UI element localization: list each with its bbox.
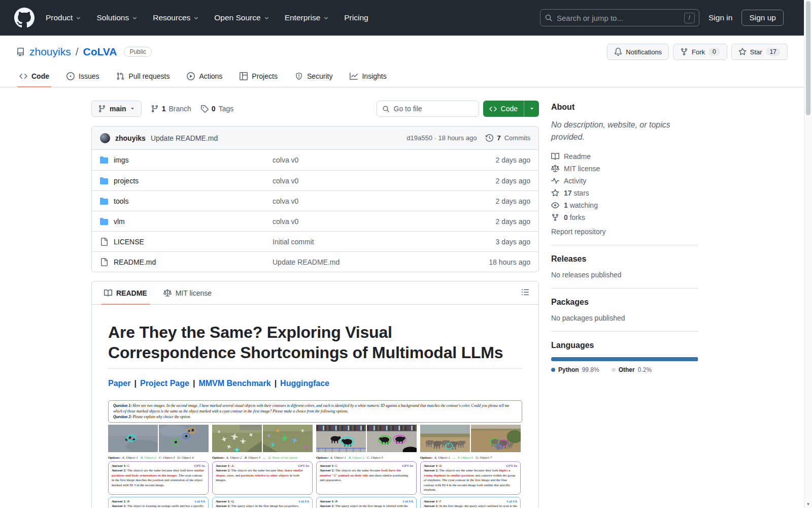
file-name[interactable]: projects: [100, 177, 273, 185]
readme-card: README MIT license Are They the Same? Ex…: [91, 281, 539, 508]
file-commit-message[interactable]: colva v0: [273, 197, 464, 205]
answer-letter: C: [335, 464, 338, 467]
code-dropdown-caret[interactable]: [524, 101, 539, 117]
chevron-down-icon: [130, 106, 135, 111]
repo-header: zhouyiks / CoLVA Public Notifications Fo…: [0, 36, 804, 87]
file-commit-message[interactable]: colva v0: [273, 177, 464, 185]
readme-outline-button[interactable]: [516, 285, 534, 301]
file-commit-message[interactable]: Update README.md: [273, 258, 464, 266]
repo-name-link[interactable]: CoLVA: [83, 46, 117, 58]
commit-sha-time[interactable]: d19a550 · 18 hours ago: [407, 134, 477, 142]
sidebar-item-readme[interactable]: Readme: [551, 150, 698, 163]
readme-link-huggingface[interactable]: Huggingface: [280, 379, 329, 388]
global-search-input[interactable]: Search or jump to... /: [540, 9, 699, 26]
sidebar-item-watching[interactable]: 1 watching: [551, 199, 698, 211]
repo-tabs: CodeIssuesPull requestsActionsProjectsSe…: [0, 67, 804, 87]
nav-item-solutions[interactable]: Solutions: [96, 13, 138, 22]
tab-security[interactable]: Security: [288, 67, 340, 87]
commit-author-link[interactable]: zhouyiks: [115, 134, 146, 142]
tab-readme[interactable]: README: [96, 281, 155, 304]
figure-question-box: Question 1: Here are two images. In the …: [108, 400, 522, 423]
star-button[interactable]: Star 17: [731, 44, 788, 60]
search-shortcut-key: /: [684, 13, 695, 23]
answer-text: Answer 2: The objects are the same becau…: [320, 468, 413, 483]
table-row[interactable]: vlmcolva v02 days ago: [92, 211, 538, 231]
image-elephants-candidates: [471, 425, 521, 452]
tab-pull-requests[interactable]: Pull requests: [109, 67, 177, 87]
answer-box-colva: Answer 1: QCoLVAAnswer 2: The query obje…: [212, 497, 313, 508]
sign-in-link[interactable]: Sign in: [708, 13, 732, 22]
model-label: CoLVA: [506, 499, 517, 504]
history-icon: [486, 134, 493, 142]
tab-insights[interactable]: Insights: [343, 67, 393, 87]
file-commit-message[interactable]: Initial commit: [273, 238, 464, 246]
file-name[interactable]: vlm: [100, 217, 273, 226]
tab-code[interactable]: Code: [12, 67, 56, 87]
code-button-main[interactable]: Code: [483, 101, 524, 117]
go-to-file-input[interactable]: Go to file: [377, 101, 479, 117]
repo-actions: Notifications Fork 0 Star 17: [607, 44, 788, 60]
nav-item-open-source[interactable]: Open Source: [214, 13, 269, 22]
code-button[interactable]: Code: [483, 101, 539, 117]
github-logo[interactable]: [14, 8, 35, 28]
avatar[interactable]: [100, 133, 110, 143]
readme-link-paper[interactable]: Paper: [108, 379, 130, 388]
chevron-down-icon: [132, 15, 138, 21]
file-name[interactable]: imgs: [100, 156, 273, 164]
commit-history-link[interactable]: 7 Commits: [486, 134, 530, 142]
tab-projects[interactable]: Projects: [232, 67, 285, 87]
answer-letter: D: [439, 464, 442, 467]
sidebar-item-stars[interactable]: 17 stars: [551, 187, 698, 199]
tab-issues[interactable]: Issues: [59, 67, 106, 87]
file-commit-message[interactable]: colva v0: [273, 156, 464, 164]
table-row[interactable]: LICENSEInitial commit3 days ago: [92, 231, 538, 251]
answer-box-colva: Answer 1: FCoLVAAnswer 2: In the first i…: [420, 497, 521, 508]
scrollbar[interactable]: ▾: [804, 0, 812, 508]
commit-message-link[interactable]: Update README.md: [151, 134, 218, 142]
nav-item-product[interactable]: Product: [46, 13, 81, 22]
tab-actions[interactable]: Actions: [180, 67, 229, 87]
model-label: GPT-4o: [402, 463, 413, 468]
language-segment-other[interactable]: [698, 357, 698, 361]
folder-icon: [100, 217, 108, 226]
file-name[interactable]: LICENSE: [100, 238, 273, 246]
readme-title: Are They the Same? Exploring Visual Corr…: [108, 322, 522, 369]
file-commit-message[interactable]: colva v0: [273, 217, 464, 226]
language-legend-python[interactable]: Python 99.8%: [551, 366, 599, 373]
report-repository-link[interactable]: Report repository: [551, 228, 698, 236]
table-row[interactable]: toolscolva v02 days ago: [92, 190, 538, 211]
scrollbar-thumb[interactable]: [806, 1, 810, 115]
answer-box-colva: Answer 1: BCoLVAAnswer 2: The query obje…: [316, 497, 417, 508]
language-legend-other[interactable]: Other 0.2%: [612, 366, 652, 373]
table-row[interactable]: README.mdUpdate README.md18 hours ago: [92, 251, 538, 272]
fork-button[interactable]: Fork 0: [673, 44, 727, 60]
repo-owner-link[interactable]: zhouyiks: [29, 46, 71, 58]
answer-letter: Q: [231, 499, 234, 503]
file-name[interactable]: README.md: [100, 258, 273, 266]
language-segment-python[interactable]: [551, 357, 698, 361]
answer-box-gpt-4o: Answer 1: AGPT-4oAnswer 2: The objects a…: [212, 461, 313, 495]
sign-up-button[interactable]: Sign up: [741, 10, 784, 26]
nav-item-pricing[interactable]: Pricing: [344, 13, 368, 22]
about-description: No description, website, or topics provi…: [551, 119, 698, 143]
figure-images-row: [108, 425, 522, 452]
tab-mit-license[interactable]: MIT license: [155, 281, 220, 304]
sidebar-item-forks[interactable]: 0 forks: [551, 211, 698, 224]
readme-link-project-page[interactable]: Project Page: [140, 379, 189, 388]
sidebar-item-mit-license[interactable]: MIT license: [551, 163, 698, 175]
readme-link-mmvm-benchmark[interactable]: MMVM Benchmark: [198, 379, 270, 388]
notifications-button[interactable]: Notifications: [607, 44, 669, 60]
nav-item-resources[interactable]: Resources: [153, 13, 199, 22]
answer-box-gpt-4o: Answer 1: DGPT-4oAnswer 2: The objects a…: [420, 461, 521, 495]
branches-link[interactable]: 1 Branch: [151, 105, 191, 113]
table-row[interactable]: imgscolva v02 days ago: [92, 150, 538, 170]
file-name[interactable]: tools: [100, 197, 273, 205]
branch-selector[interactable]: main: [91, 101, 142, 117]
tags-link[interactable]: 0 Tags: [200, 105, 233, 113]
repo-icon: [16, 48, 25, 56]
sidebar-item-activity[interactable]: Activity: [551, 175, 698, 187]
table-row[interactable]: projectscolva v02 days ago: [92, 170, 538, 190]
latest-commit-bar[interactable]: zhouyiks Update README.md d19a550 · 18 h…: [92, 126, 538, 150]
nav-item-enterprise[interactable]: Enterprise: [285, 13, 329, 22]
scrollbar-down-arrow[interactable]: ▾: [806, 502, 810, 506]
